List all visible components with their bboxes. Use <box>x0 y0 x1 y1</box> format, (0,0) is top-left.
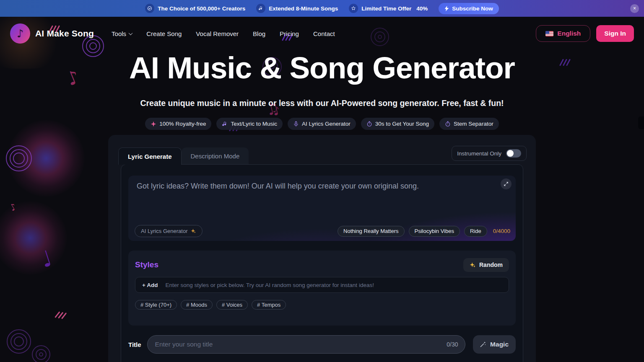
nav-link-label: Create Song <box>146 30 182 37</box>
brand-name[interactable]: AI Make Song <box>35 28 94 39</box>
sparkle-icon <box>191 228 196 234</box>
lightning-icon <box>444 6 449 11</box>
banner-close-button[interactable]: × <box>630 4 639 13</box>
category-chip-style[interactable]: # Style (70+) <box>135 300 177 310</box>
decor-glow-orb <box>8 120 85 197</box>
nav-link-label: Pricing <box>280 30 299 37</box>
random-style-button[interactable]: Random <box>463 258 509 272</box>
suggestion-chip[interactable]: Psilocybin Vibes <box>409 226 460 237</box>
suggestion-chip[interactable]: Nothing Really Matters <box>338 226 405 237</box>
decor-music-note: ♩ <box>37 246 55 273</box>
navbar: ♪ AI Make Song Tools Create Song Vocal R… <box>0 17 644 50</box>
star-icon <box>349 4 358 13</box>
toggle-switch[interactable] <box>506 149 521 158</box>
expand-icon <box>504 181 509 186</box>
decor-rings <box>6 145 32 171</box>
decor-glow-orb <box>0 201 67 275</box>
nav-link-blog[interactable]: Blog <box>253 30 265 37</box>
nav-link-pricing[interactable]: Pricing <box>280 30 299 37</box>
nav-link-create-song[interactable]: Create Song <box>146 30 182 37</box>
nav-right: English Sign In <box>536 25 634 42</box>
subscribe-now-label: Subscribe Now <box>452 5 493 12</box>
banner-item-bold: 40% <box>416 5 428 12</box>
hero-subtitle: Create unique music in a minute or less … <box>0 98 644 108</box>
expand-button[interactable] <box>501 178 512 189</box>
tab-lyric-generate[interactable]: Lyric Generate <box>118 147 182 165</box>
sparkle-icon <box>151 121 156 127</box>
music-note-icon <box>256 4 265 13</box>
generator-panel: AI Lyrics Generator Nothing Really Matte… <box>121 164 523 362</box>
category-chip-tempos[interactable]: # Tempos <box>252 300 286 310</box>
banner-item-creators: The Choice of 500,000+ Creators <box>145 4 245 13</box>
language-label: English <box>557 30 581 37</box>
nav-link-label: Vocal Remover <box>196 30 239 37</box>
ai-lyrics-generator-chip[interactable]: AI Lyrics Generator <box>135 225 203 237</box>
title-label: Title <box>128 341 141 348</box>
language-selector-button[interactable]: English <box>536 25 590 42</box>
badge-label: 100% Royalty-free <box>159 121 206 127</box>
toggle-knob <box>507 150 514 157</box>
lyric-footer: AI Lyrics Generator Nothing Really Matte… <box>135 225 510 237</box>
decor-rings <box>32 345 50 362</box>
add-style-button[interactable]: + Add <box>142 282 158 288</box>
badge-ai-lyrics: AI Lyrics Generator <box>288 118 356 130</box>
category-chip-moods[interactable]: # Moods <box>181 300 213 310</box>
banner-item-text: Limited Time Offer <box>361 5 411 12</box>
style-categories: # Style (70+) # Moods # Voices # Tempos <box>135 300 509 310</box>
style-add-row: + Add <box>135 277 509 293</box>
badge-label: 30s to Get Your Song <box>375 121 429 127</box>
lyric-input-box: AI Lyrics Generator Nothing Really Matte… <box>128 176 516 241</box>
magic-title-button[interactable]: Magic <box>473 335 516 354</box>
page-title: AI Music & Song Generator <box>0 51 644 85</box>
decor-music-note: ♪ <box>8 201 18 213</box>
banner-item-songs: Extended 8-Minute Songs <box>256 4 338 13</box>
chevron-down-icon <box>129 31 133 35</box>
song-title-input[interactable] <box>155 341 447 348</box>
subscribe-now-button[interactable]: Subscribe Now <box>439 3 499 14</box>
nav-links: Tools Create Song Vocal Remover Blog Pri… <box>112 30 335 37</box>
styles-section: Styles Random + Add # Style (70+) # Mood… <box>128 251 516 326</box>
nav-link-contact[interactable]: Contact <box>313 30 335 37</box>
us-flag-icon <box>545 31 553 36</box>
brand-logo-icon[interactable]: ♪ <box>10 23 30 44</box>
microphone-icon <box>293 121 299 127</box>
badge-label: Text/Lyric to Music <box>231 121 277 127</box>
title-char-counter: 0/30 <box>447 341 458 348</box>
suggestion-chip[interactable]: Ride <box>464 226 487 237</box>
sign-in-button[interactable]: Sign In <box>596 25 634 42</box>
nav-link-label: Contact <box>313 30 335 37</box>
tab-description-mode[interactable]: Description Mode <box>182 147 249 164</box>
nav-link-vocal-remover[interactable]: Vocal Remover <box>196 30 239 37</box>
instrumental-only-toggle[interactable]: Instrumental Only <box>452 146 527 161</box>
nav-link-tools[interactable]: Tools <box>112 30 132 37</box>
ai-chip-label: AI Lyrics Generator <box>141 228 188 234</box>
hero-section: AI Music & Song Generator Create unique … <box>0 51 644 130</box>
decor-slashes <box>56 311 68 321</box>
sparkles-icon <box>470 262 476 268</box>
nav-link-label: Tools <box>112 30 126 37</box>
side-widget-tab[interactable] <box>638 116 644 129</box>
category-chip-voices[interactable]: # Voices <box>216 300 248 310</box>
badge-30s-song: 30s to Get Your Song <box>361 118 434 130</box>
banner-item-text: The Choice of 500,000+ Creators <box>158 5 245 12</box>
song-generator-card: Lyric Generate Description Mode Instrume… <box>108 135 536 362</box>
title-row: Title 0/30 Magic <box>128 335 516 354</box>
stopwatch-icon <box>445 121 451 127</box>
generator-header: Lyric Generate Description Mode Instrume… <box>108 135 536 164</box>
check-circle-icon <box>145 4 154 13</box>
badge-royalty-free: 100% Royalty-free <box>145 118 211 130</box>
magic-wand-icon <box>480 341 486 348</box>
banner-item-text: Extended 8-Minute Songs <box>269 5 338 12</box>
title-input-wrap: 0/30 <box>147 335 465 354</box>
banner-item-offer: Limited Time Offer 40% <box>349 4 428 13</box>
styles-header: Styles Random <box>135 257 509 272</box>
badge-text-to-music: Text/Lyric to Music <box>216 118 283 130</box>
feature-badges: 100% Royalty-free Text/Lyric to Music AI… <box>0 118 644 130</box>
random-button-label: Random <box>479 261 503 268</box>
stopwatch-icon <box>366 121 372 127</box>
badge-label: Stem Separator <box>454 121 493 127</box>
lyric-char-counter: 0/4000 <box>493 228 510 234</box>
style-input[interactable] <box>165 282 502 288</box>
magic-button-label: Magic <box>490 341 509 348</box>
music-note-icon <box>222 121 228 127</box>
